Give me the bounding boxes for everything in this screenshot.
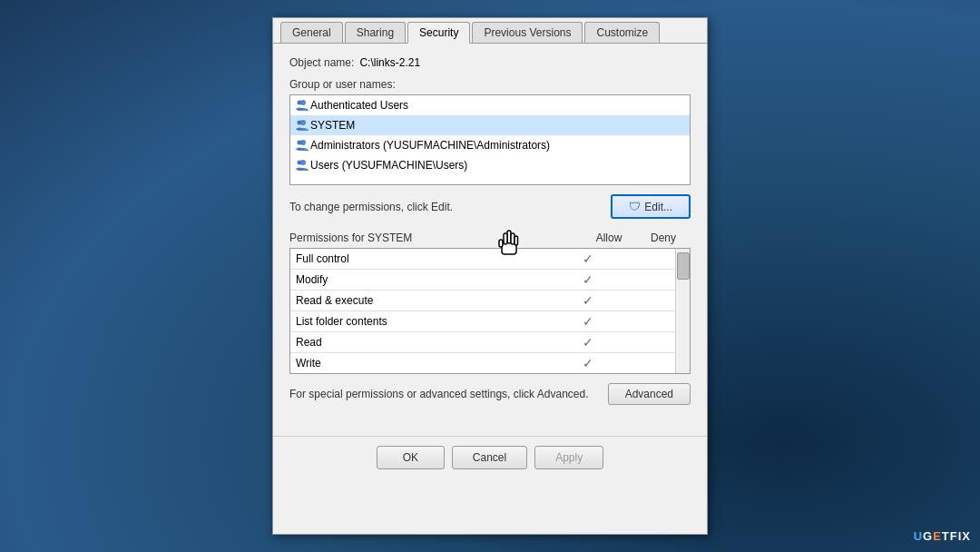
tab-sharing[interactable]: Sharing [345, 22, 406, 43]
user-icon-administrators [296, 138, 310, 153]
permissions-scrollbar[interactable] [675, 249, 690, 373]
tab-bar: General Sharing Security Previous Versio… [273, 18, 707, 44]
object-name-value: C:\links-2.21 [359, 56, 420, 69]
list-item-authenticated-users[interactable]: Authenticated Users [290, 95, 690, 115]
apply-button[interactable]: Apply [534, 446, 603, 469]
perm-row-modify: Modify ✓ [290, 270, 675, 291]
perm-allow-modify: ✓ [561, 272, 615, 287]
object-name-label: Object name: [289, 56, 354, 69]
user-icon-authenticated [296, 98, 310, 113]
advanced-button[interactable]: Advanced [608, 383, 691, 405]
perm-row-write: Write ✓ [290, 353, 675, 373]
perm-row-list-folder: List folder contents ✓ [290, 311, 675, 332]
list-item-users[interactable]: Users (YUSUFMACHINE\Users) [290, 155, 690, 175]
users-listbox[interactable]: Authenticated Users SYSTEM Administrator… [289, 94, 691, 185]
svg-point-5 [298, 141, 302, 145]
edit-button[interactable]: 🛡 Edit... [611, 194, 691, 219]
object-name-row: Object name: C:\links-2.21 [289, 56, 691, 69]
edit-prompt: To change permissions, click Edit. [289, 201, 611, 213]
ok-button[interactable]: OK [377, 446, 445, 469]
permissions-table: Full control ✓ Modify ✓ Read & execute ✓… [289, 248, 691, 374]
shield-icon: 🛡 [629, 200, 641, 213]
permissions-title: Permissions for SYSTEM [289, 232, 582, 244]
advanced-row: For special permissions or advanced sett… [289, 383, 691, 405]
perm-name-modify: Modify [296, 273, 561, 286]
user-name-users: Users (YUSUFMACHINE\Users) [310, 159, 467, 172]
perm-row-read-execute: Read & execute ✓ [290, 291, 675, 311]
perm-name-read-execute: Read & execute [296, 294, 561, 307]
bottom-buttons: OK Cancel Apply [273, 436, 707, 482]
perm-name-write: Write [296, 357, 561, 370]
user-name-administrators: Administrators (YUSUFMACHINE\Administrat… [310, 139, 550, 152]
permissions-header: Permissions for SYSTEM Allow Deny [289, 232, 691, 244]
cancel-button[interactable]: Cancel [452, 446, 527, 469]
tab-previous-versions[interactable]: Previous Versions [472, 22, 583, 43]
perm-allow-full-control: ✓ [561, 251, 615, 266]
list-item-administrators[interactable]: Administrators (YUSUFMACHINE\Administrat… [290, 135, 690, 155]
perm-name-list-folder: List folder contents [296, 315, 561, 328]
perm-allow-list-folder: ✓ [561, 314, 615, 329]
group-label: Group or user names: [289, 78, 691, 91]
perm-row-read: Read ✓ [290, 332, 675, 353]
user-name-authenticated: Authenticated Users [310, 99, 408, 112]
scrollbar-thumb[interactable] [677, 252, 690, 280]
properties-dialog: General Sharing Security Previous Versio… [272, 17, 708, 535]
tab-security[interactable]: Security [407, 22, 470, 44]
svg-point-7 [298, 161, 302, 165]
perm-row-full-control: Full control ✓ [290, 249, 675, 270]
svg-point-1 [298, 101, 302, 105]
tab-customize[interactable]: Customize [584, 22, 660, 43]
allow-col-header: Allow [582, 232, 636, 244]
user-name-system: SYSTEM [310, 119, 355, 132]
security-tab-content: Object name: C:\links-2.21 Group or user… [273, 44, 707, 430]
svg-point-3 [298, 121, 302, 125]
permissions-rows: Full control ✓ Modify ✓ Read & execute ✓… [290, 249, 675, 373]
list-item-system[interactable]: SYSTEM [290, 115, 690, 135]
tab-general[interactable]: General [280, 22, 343, 43]
perm-name-full-control: Full control [296, 252, 561, 265]
deny-col-header: Deny [636, 232, 691, 244]
perm-allow-read-execute: ✓ [561, 293, 615, 308]
advanced-text: For special permissions or advanced sett… [289, 387, 608, 402]
perm-allow-read: ✓ [561, 335, 615, 350]
perm-allow-write: ✓ [561, 356, 615, 370]
watermark: UGETFIX [914, 529, 971, 543]
perm-name-read: Read [296, 336, 561, 349]
edit-row: To change permissions, click Edit. 🛡 Edi… [289, 194, 691, 219]
user-icon-system [296, 118, 310, 133]
user-icon-users [296, 158, 310, 172]
